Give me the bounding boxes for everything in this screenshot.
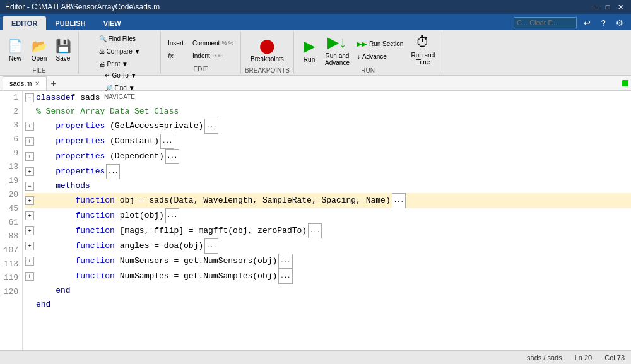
new-button[interactable]: 📄 New — [4, 33, 27, 67]
title-bar-title: Editor - C:\MATLAB\SensorArrayCode\sads.… — [5, 3, 160, 11]
print-icon: 🖨 — [99, 61, 105, 68]
code-line-13: + properties... — [25, 164, 631, 179]
code-text-61: function [mags, fflip] = magfft(obj, zer… — [36, 224, 307, 238]
collapse-button-19[interactable]: − — [25, 182, 34, 191]
advance-button[interactable]: ↓ Advance — [354, 50, 406, 62]
new-tab-button[interactable]: + — [47, 77, 59, 90]
new-icon: 📄 — [8, 38, 23, 54]
title-bar: Editor - C:\MATLAB\SensorArrayCode\sads.… — [0, 0, 631, 14]
comment-button[interactable]: Comment % % — [189, 37, 237, 49]
location-status: sads / sads — [527, 354, 562, 361]
expand-button-107[interactable]: + — [25, 257, 34, 266]
help-button[interactable]: ? — [597, 16, 610, 29]
collapse-button-1[interactable]: − — [25, 93, 34, 102]
code-line-1: −classdef sads — [25, 91, 631, 105]
code-text-19: methods — [36, 179, 90, 193]
code-text-107: function NumSensors = get.NumSensors(obj… — [36, 254, 277, 268]
find-icon: 🔎 — [105, 85, 112, 91]
code-text-13: properties — [36, 165, 105, 179]
editor-area: 12369131920456188107113119120 −classdef … — [0, 91, 631, 350]
expand-button-9[interactable]: + — [25, 152, 34, 161]
run-section-button[interactable]: ▶▶ Run Section — [354, 38, 406, 49]
run-content: ▶ Run ▶↓ Run andAdvance ▶▶ Run Section ↓… — [298, 33, 438, 67]
insert-button[interactable]: Insert — [165, 37, 187, 49]
history-button[interactable]: ↩ — [581, 16, 593, 29]
ellipsis-88[interactable]: ... — [204, 238, 218, 254]
expand-button-113[interactable]: + — [25, 272, 34, 281]
ellipsis-6[interactable]: ... — [160, 134, 174, 149]
ribbon-tabs: EDITOR PUBLISH VIEW ↩ ? ⚙ — [0, 14, 631, 30]
code-text-120: end — [36, 298, 50, 312]
tab-publish[interactable]: PUBLISH — [46, 16, 94, 30]
search-input[interactable] — [514, 17, 577, 28]
tab-view[interactable]: VIEW — [95, 16, 130, 30]
tab-editor[interactable]: EDITOR — [3, 16, 46, 30]
settings-button[interactable]: ⚙ — [613, 16, 626, 29]
ellipsis-3[interactable]: ... — [204, 119, 218, 134]
code-text-9: properties (Dependent) — [36, 150, 164, 163]
tab-bar: sads.m ✕ + — [0, 76, 631, 91]
minimize-button[interactable]: — — [589, 1, 601, 13]
expand-button-3[interactable]: + — [25, 122, 34, 131]
ellipsis-45[interactable]: ... — [165, 208, 179, 223]
code-line-120: end — [25, 298, 631, 312]
expand-button-45[interactable]: + — [25, 211, 34, 220]
ellipsis-107[interactable]: ... — [278, 254, 292, 269]
ellipsis-13[interactable]: ... — [106, 164, 120, 179]
run-and-advance-button[interactable]: ▶↓ Run andAdvance — [322, 33, 353, 67]
run-button[interactable]: ▶ Run — [298, 33, 321, 67]
ln-status: Ln 20 — [575, 354, 593, 361]
expand-button-61[interactable]: + — [25, 226, 34, 235]
file-group-label: FILE — [32, 67, 45, 74]
print-button[interactable]: 🖨 Print ▼ — [96, 58, 131, 69]
close-button[interactable]: ✕ — [615, 1, 626, 13]
line-spacer-2 — [25, 107, 34, 116]
expand-button-6[interactable]: + — [25, 137, 34, 146]
goto-button[interactable]: ↵ Go To ▼ — [102, 69, 139, 81]
close-tab-icon[interactable]: ✕ — [35, 80, 40, 87]
ellipsis-113[interactable]: ... — [278, 269, 292, 284]
expand-button-88[interactable]: + — [25, 242, 34, 250]
ellipsis-9[interactable]: ... — [165, 149, 179, 164]
ellipsis-20[interactable]: ... — [392, 193, 406, 208]
code-text-119: end — [36, 284, 71, 298]
maximize-button[interactable]: □ — [602, 1, 613, 13]
code-line-61: + function [mags, fflip] = magfft(obj, z… — [25, 223, 631, 238]
ellipsis-61[interactable]: ... — [308, 223, 322, 238]
col-status: Col 73 — [604, 354, 625, 361]
status-indicator — [622, 80, 628, 86]
code-line-119: end — [25, 284, 631, 298]
open-icon: 📂 — [32, 38, 47, 54]
code-text-113: function NumSamples = get.NumSamples(obj… — [36, 269, 277, 283]
expand-button-20[interactable]: + — [25, 196, 34, 205]
run-and-time-button[interactable]: ⏱ Run andTime — [408, 33, 438, 67]
ribbon-group-edit: Insert fx Comment % % Indent ⇥ ⇤ EDIT — [161, 32, 241, 74]
save-button[interactable]: 💾 Save — [52, 33, 74, 67]
ribbon-group-file: 📄 New 📂 Open 💾 Save FILE — [0, 32, 79, 74]
expand-button-13[interactable]: + — [25, 167, 34, 176]
breakpoints-button[interactable]: ⬤ Breakpoints — [247, 33, 287, 67]
code-text-6: properties (Constant) — [36, 134, 159, 148]
find-files-button[interactable]: 🔍 Find Files — [96, 33, 139, 44]
code-line-20: + function obj = sads(Data, Wavelength, … — [25, 193, 631, 208]
code-line-2: % Sensor Array Data Set Class — [25, 105, 631, 119]
ribbon-group-navigate: 🔍 Find Files ⚖ Compare ▼ 🖨 Print ▼ ↵ Go … — [79, 32, 161, 74]
ribbon-group-run: ▶ Run ▶↓ Run andAdvance ▶▶ Run Section ↓… — [294, 32, 442, 74]
edit-content: Insert fx Comment % % Indent ⇥ ⇤ — [165, 33, 237, 66]
code-line-9: + properties (Dependent)... — [25, 149, 631, 164]
file-tab-sads[interactable]: sads.m ✕ — [3, 76, 47, 90]
indent-button[interactable]: Indent ⇥ ⇤ — [189, 50, 237, 61]
code-text-88: function angles = doa(obj) — [36, 239, 203, 253]
code-text-1: classdef sads — [36, 91, 100, 105]
ribbon-group-breakpoints: ⬤ Breakpoints BREAKPOINTS — [241, 32, 294, 74]
code-text-45: function plot(obj) — [36, 209, 164, 223]
save-icon: 💾 — [56, 38, 71, 54]
compare-button[interactable]: ⚖ Compare ▼ — [96, 45, 144, 57]
code-line-19: − methods — [25, 179, 631, 193]
code-text-20: function obj = sads(Data, Wavelength, Sa… — [36, 194, 391, 208]
fx-button[interactable]: fx — [165, 50, 187, 61]
code-text-2: % Sensor Array Data Set Class — [36, 105, 179, 119]
open-button[interactable]: 📂 Open — [28, 33, 50, 67]
code-area[interactable]: −classdef sads% Sensor Array Data Set Cl… — [23, 91, 631, 350]
navigate-content: 🔍 Find Files ⚖ Compare ▼ 🖨 Print ▼ — [96, 33, 144, 69]
